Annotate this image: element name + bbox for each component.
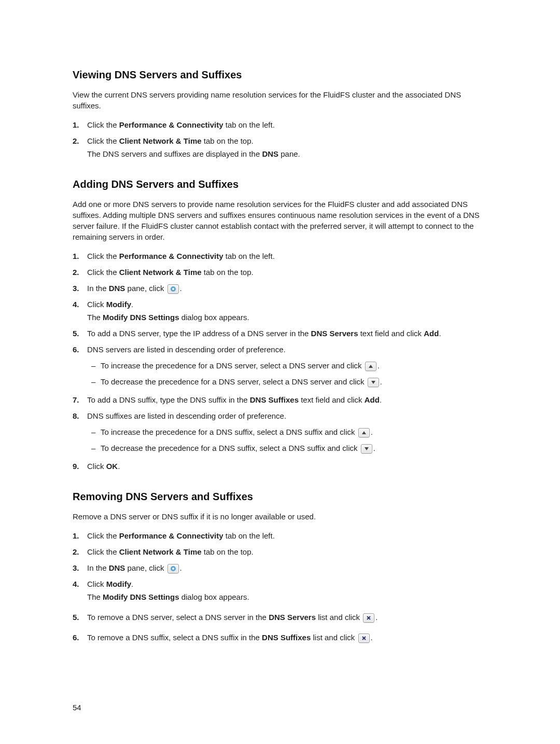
page-number: 54 [73,702,81,713]
step-body: Click the Client Network & Time tab on t… [87,267,487,280]
step-number: 6. [73,344,87,355]
step-body: In the DNS pane, click . [87,562,487,575]
substep: – To increase the precedence for a DNS s… [91,426,487,437]
steps-removing: 1. Click the Performance & Connectivity … [73,530,487,645]
heading-adding: Adding DNS Servers and Suffixes [73,177,487,191]
step-number: 1. [73,530,87,541]
step-number: 1. [73,251,87,261]
step-number: 5. [73,612,87,623]
step-body: Click the Client Network & Time tab on t… [87,135,487,161]
step-number: 2. [73,135,87,146]
step-number: 6. [73,632,87,643]
step-number: 9. [73,461,87,472]
svg-marker-3 [371,381,375,384]
step-body: Click the Performance & Connectivity tab… [87,530,487,543]
intro-viewing: View the current DNS servers providing n… [73,89,487,111]
steps-viewing: 1. Click the Performance & Connectivity … [73,119,487,161]
step-body: Click the Client Network & Time tab on t… [87,546,487,559]
step-body: Click Modify. The Modify DNS Settings di… [87,578,487,604]
svg-point-7 [172,568,174,570]
steps-adding: 1. Click the Performance & Connectivity … [73,251,487,474]
arrow-down-icon[interactable] [361,444,372,453]
arrow-down-icon[interactable] [368,378,379,387]
step-number: 8. [73,410,87,421]
step-number: 4. [73,578,87,589]
delete-x-icon[interactable] [363,613,374,623]
arrow-up-icon[interactable] [365,362,376,371]
delete-x-icon[interactable] [358,633,370,643]
intro-removing: Remove a DNS server or DNS suffix if it … [73,511,487,522]
step-body: To remove a DNS server, select a DNS ser… [87,612,487,625]
step-number: 7. [73,394,87,405]
dash-icon: – [91,376,101,387]
svg-marker-5 [365,447,369,450]
step-body: To add a DNS suffix, type the DNS suffix… [87,394,487,407]
dash-icon: – [91,443,101,453]
step-number: 3. [73,283,87,294]
step-number: 2. [73,267,87,278]
step-number: 4. [73,299,87,310]
substep: – To increase the precedence for a DNS s… [91,360,487,371]
step-body: Click the Performance & Connectivity tab… [87,251,487,264]
step-body: Click the Performance & Connectivity tab… [87,119,487,132]
step-body: DNS suffixes are listed in descending or… [87,410,487,458]
substep: – To decrease the precedence for a DNS s… [91,443,487,453]
gear-icon[interactable] [167,564,179,573]
step-body: Click Modify. The Modify DNS Settings di… [87,299,487,325]
step-number: 3. [73,562,87,573]
substep: – To decrease the precedence for a DNS s… [91,376,487,387]
heading-viewing: Viewing DNS Servers and Suffixes [73,67,487,82]
gear-icon[interactable] [167,284,179,294]
intro-adding: Add one or more DNS servers to provide n… [73,199,487,242]
step-body: To add a DNS server, type the IP address… [87,328,487,341]
step-body: Click OK. [87,461,487,474]
step-number: 1. [73,119,87,130]
step-body: In the DNS pane, click . [87,283,487,296]
step-number: 2. [73,546,87,557]
dash-icon: – [91,426,101,437]
step-body: DNS servers are listed in descending ord… [87,344,487,391]
dash-icon: – [91,360,101,371]
step-number: 5. [73,328,87,339]
step-body: To remove a DNS suffix, select a DNS suf… [87,632,487,645]
svg-marker-4 [362,431,366,434]
svg-point-1 [172,288,174,290]
arrow-up-icon[interactable] [358,428,370,437]
heading-removing: Removing DNS Servers and Suffixes [73,489,487,504]
svg-marker-2 [369,365,373,368]
